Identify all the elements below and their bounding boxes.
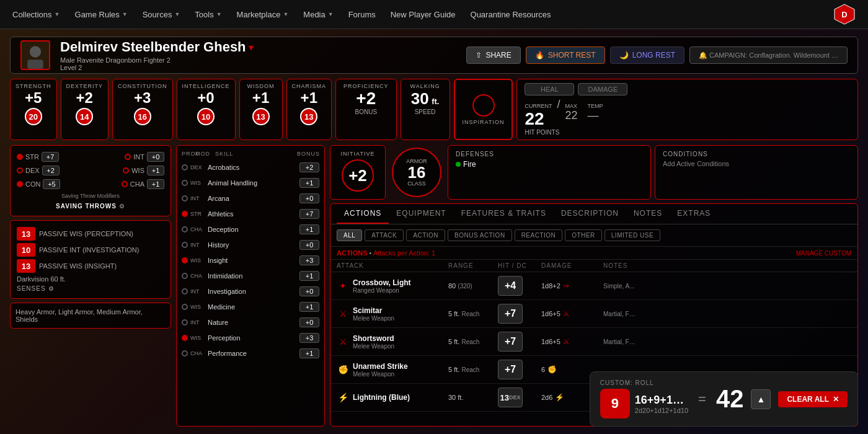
senses-perception-row: 13 PASSIVE WIS (PERCEPTION) [17,227,164,241]
tab-actions[interactable]: ACTIONS [337,204,389,224]
avatar[interactable] [20,40,50,70]
intimidation-bonus: +1 [299,271,319,281]
attack-crossbow-light[interactable]: ✦ Crossbow, Light Ranged Weapon 80 (320)… [330,272,857,300]
shortsword-sub: Melee Weapon [353,343,448,350]
skill-deception[interactable]: CHA Deception +1 [182,223,319,236]
skill-insight[interactable]: WIS Insight +3 [182,254,319,267]
saves-panel: STR +7 INT +0 DEX +2 [10,145,171,216]
attack-scimitar[interactable]: ⚔ Scimitar Melee Weapon 5 ft. Reach +7 [330,300,857,328]
crossbow-light-range: 80 (320) [448,282,498,290]
tab-features-traits[interactable]: FEATURES & TRAITS [454,204,554,224]
save-wis-dot [123,167,129,174]
strength-stat[interactable]: STRENGTH +5 20 [10,79,57,140]
skill-intimidation[interactable]: CHA Intimidation +1 [182,269,319,283]
nav-quarantine-resources[interactable]: Quarantine Resources [471,10,551,19]
skill-nature[interactable]: INT Nature +0 [182,316,319,329]
skill-investigation[interactable]: INT Investigation +0 [182,285,319,298]
inspiration-block[interactable]: INSPIRATION [454,79,513,140]
skills-bonus-header: BONUS [297,151,319,157]
share-button[interactable]: ⇧ SHARE [466,46,520,64]
save-dex[interactable]: DEX +2 [17,166,60,175]
conditions-add-label[interactable]: Add Active Conditions [663,160,850,167]
saves-row-2: DEX +2 WIS +1 [17,166,164,175]
skill-athletics[interactable]: STR Athletics +7 [182,207,319,221]
campaign-label: CAMPAIGN: [709,51,747,59]
roll-formula-block: 16+9+1… 2d20+1d12+1d10 [635,394,688,414]
filter-reaction[interactable]: REACTION [515,229,563,241]
roll-scroll-up-button[interactable]: ▲ [751,389,771,409]
long-rest-button[interactable]: 🌙 LONG REST [610,46,684,64]
intelligence-value: 10 [197,108,215,125]
save-int[interactable]: INT +0 [125,152,164,162]
site-logo[interactable]: D [833,3,856,25]
roll-info: CUSTOM: ROLL 9 16+9+1… 2d20+1d12+1d10 [600,379,688,418]
roll-result: 42 [716,385,744,413]
save-wis-bonus: +1 [147,166,164,175]
hp-block: CURRENT 22 / MAX 22 TEMP — HIT POINTS [516,79,858,140]
save-cha[interactable]: CHA +1 [122,179,164,189]
nav-sources[interactable]: Sources ▼ [143,10,180,19]
constitution-mod: +3 [118,91,167,105]
dexterity-stat[interactable]: DEXTERITY +2 14 [61,79,109,140]
roll-clear-icon: ✕ [833,395,839,404]
roll-clear-button[interactable]: CLEAR ALL ✕ [778,391,848,407]
senses-investigation-row: 10 PASSIVE INT (INVESTIGATION) [17,243,164,257]
filter-all[interactable]: ALL [337,229,362,241]
nav-collections[interactable]: Collections ▼ [12,10,60,19]
skill-medicine[interactable]: WIS Medicine +1 [182,300,319,314]
hp-temp-label: TEMP [587,103,603,109]
tab-notes[interactable]: NOTES [626,204,670,224]
roll-dice-icon[interactable]: 9 [600,389,630,418]
saves-row-3: CON +5 CHA +1 [17,179,164,189]
skill-history[interactable]: INT History +0 [182,238,319,252]
save-str[interactable]: STR +7 [17,152,59,162]
intelligence-stat[interactable]: INTELLIGENCE +0 10 [177,79,236,140]
campaign-button[interactable]: 🔔 CAMPAIGN: Conflagration. Wildemount … [689,46,848,64]
skill-performance[interactable]: CHA Performance +1 [182,347,319,360]
wisdom-stat[interactable]: WISDOM +1 13 [239,79,283,140]
nav-media[interactable]: Media ▼ [303,10,333,19]
nav-game-rules[interactable]: Game Rules ▼ [75,10,128,19]
skill-animal-handling[interactable]: WIS Animal Handling +1 [182,176,319,190]
skill-perception[interactable]: WIS Perception +3 [182,331,319,345]
charisma-stat[interactable]: CHARISMA +1 13 [286,79,332,140]
armor-class-container: ARMOR 16 CLASS [389,145,444,200]
character-name: Delmirev Steelbender Ghesh [60,39,246,55]
save-con[interactable]: CON +5 [17,179,60,189]
nav-marketplace[interactable]: Marketplace ▼ [237,10,289,19]
passive-investigation-value: 10 [17,243,35,257]
heal-input[interactable] [525,83,574,95]
character-subinfo: Male Ravenite Dragonborn Fighter 2 [60,56,254,64]
filter-attack[interactable]: ATTACK [365,229,404,241]
scimitar-damage: 1d6+5 [541,310,560,317]
filter-bonus-action[interactable]: BONUS ACTION [448,229,512,241]
tab-description[interactable]: DESCRIPTION [554,204,626,224]
nav-tools[interactable]: Tools ▼ [195,10,221,19]
filter-other[interactable]: OTHER [565,229,602,241]
insight-bonus: +3 [299,255,319,265]
performance-attr: CHA [190,350,205,356]
damage-input[interactable] [578,83,627,95]
skill-arcana[interactable]: INT Arcana +0 [182,192,319,205]
armor-proficiencies-text: Heavy Armor, Light Armor, Medium Armor, … [16,308,143,323]
filter-limited-use[interactable]: LIMITED USE [604,229,660,241]
crossbow-light-damage-col: 1d8+2 ⇒ [541,281,603,290]
nav-new-player-guide[interactable]: New Player Guide [391,10,456,19]
nature-bonus: +0 [299,317,319,327]
skill-acrobatics[interactable]: DEX Acrobatics +2 [182,161,319,174]
save-wis[interactable]: WIS +1 [123,166,164,175]
tab-extras[interactable]: EXTRAS [670,204,718,224]
filter-action[interactable]: ACTION [406,229,445,241]
shortsword-damage: 1d6+5 [541,338,560,345]
attack-shortsword[interactable]: ⚔ Shortsword Melee Weapon 5 ft. Reach +7 [330,328,857,356]
actions-table-header: ATTACK RANGE HIT / DC DAMAGE NOTES [330,260,857,272]
constitution-stat[interactable]: CONSTITUTION +3 16 [112,79,173,140]
short-rest-button[interactable]: 🔥 SHORT REST [526,46,605,64]
nav-forums[interactable]: Forums [348,10,376,19]
saving-throws-settings-icon[interactable]: ⚙ [119,203,125,210]
tab-equipment[interactable]: EQUIPMENT [389,204,453,224]
lightning-blue-range: 30 ft. [448,394,498,401]
senses-settings-icon[interactable]: ⚙ [48,285,55,292]
manage-custom-button[interactable]: MANAGE CUSTOM [796,250,851,257]
character-dropdown-icon[interactable]: ▾ [249,42,254,53]
